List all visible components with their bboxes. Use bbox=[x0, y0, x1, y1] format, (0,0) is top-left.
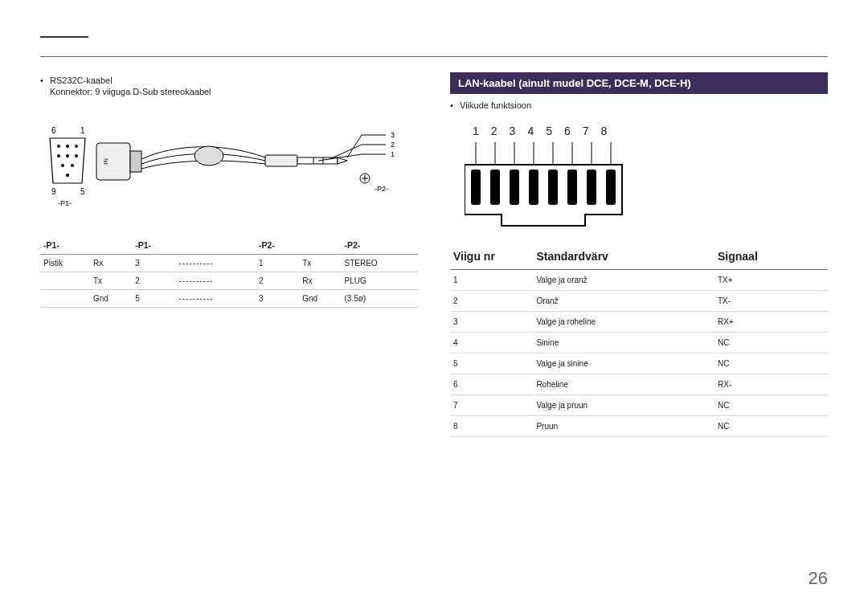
header-accent bbox=[40, 36, 88, 38]
svg-point-7 bbox=[71, 164, 74, 167]
svg-point-1 bbox=[66, 145, 69, 148]
pin-6: 6 bbox=[51, 126, 56, 135]
svg-text:3: 3 bbox=[391, 131, 395, 139]
table-row: 3Valge ja rohelineRX+ bbox=[450, 312, 828, 333]
table-row: 2OranžTX- bbox=[450, 291, 828, 312]
lan-table-head: Viigu nr Standardvärv Signaal bbox=[450, 243, 828, 270]
svg-point-0 bbox=[57, 145, 60, 148]
svg-text:IN: IN bbox=[102, 158, 109, 165]
svg-rect-10 bbox=[130, 151, 141, 172]
table-row: 4SinineNC bbox=[450, 333, 828, 353]
pin-1: 1 bbox=[80, 126, 85, 135]
svg-point-2 bbox=[75, 145, 78, 148]
table-row: 7Valge ja pruunNC bbox=[450, 395, 828, 416]
rs232c-table-head: -P1- -P1- -P2- -P2- bbox=[40, 236, 418, 255]
svg-rect-37 bbox=[471, 170, 481, 205]
lan-section-header: LAN-kaabel (ainult mudel DCE, DCE-M, DCE… bbox=[450, 72, 828, 94]
rs232c-bullet: RS232C-kaabel bbox=[50, 76, 418, 85]
rs232c-pin-table: -P1- -P1- -P2- -P2- PistikRx3 ----------… bbox=[40, 236, 418, 308]
svg-point-4 bbox=[66, 154, 69, 157]
svg-point-6 bbox=[61, 164, 64, 167]
svg-point-5 bbox=[75, 154, 78, 157]
svg-rect-13 bbox=[265, 155, 297, 166]
svg-rect-43 bbox=[587, 170, 596, 205]
svg-line-20 bbox=[347, 135, 362, 157]
page-number: 26 bbox=[809, 568, 828, 589]
svg-rect-40 bbox=[529, 170, 538, 205]
pin-9: 9 bbox=[51, 187, 56, 196]
svg-rect-38 bbox=[490, 170, 500, 205]
svg-text:1: 1 bbox=[391, 150, 395, 158]
rs232c-diagram: 6 1 9 5 -P1- IN bbox=[40, 111, 418, 227]
svg-point-3 bbox=[57, 154, 60, 157]
p2-label: -P2- bbox=[375, 185, 388, 193]
p1-label: -P1- bbox=[58, 199, 72, 207]
header-rule bbox=[40, 56, 828, 57]
table-row: 1Valge ja oranžTX+ bbox=[450, 270, 828, 291]
svg-point-8 bbox=[66, 174, 69, 177]
table-row: Gnd5 ----------3Gnd(3.5ø) bbox=[40, 290, 418, 308]
lan-pin-table: Viigu nr Standardvärv Signaal 1Valge ja … bbox=[450, 243, 828, 437]
svg-rect-39 bbox=[510, 170, 519, 205]
svg-rect-42 bbox=[567, 170, 577, 205]
right-column: LAN-kaabel (ainult mudel DCE, DCE-M, DCE… bbox=[450, 72, 828, 437]
lan-bullet: Viikude funktsioon bbox=[460, 100, 828, 110]
rj45-pin-numbers: 12 34 56 78 bbox=[473, 125, 828, 137]
svg-rect-41 bbox=[548, 170, 558, 205]
svg-rect-44 bbox=[606, 170, 616, 205]
pin-5: 5 bbox=[80, 187, 85, 196]
svg-point-12 bbox=[194, 146, 223, 166]
table-row: 8PruunNC bbox=[450, 416, 828, 437]
left-column: RS232C-kaabel Konnektor: 9 viiguga D-Sub… bbox=[40, 72, 418, 437]
svg-text:2: 2 bbox=[391, 141, 395, 149]
table-row: 6RohelineRX- bbox=[450, 374, 828, 395]
table-row: 5Valge ja sinineNC bbox=[450, 353, 828, 374]
table-row: PistikRx3 ----------1TxSTEREO bbox=[40, 255, 418, 272]
rs232c-sub: Konnektor: 9 viiguga D-Sub stereokaabel bbox=[50, 87, 418, 96]
table-row: Tx2 ----------2RxPLUG bbox=[40, 272, 418, 290]
rj45-diagram: 12 34 56 78 bbox=[450, 125, 828, 234]
